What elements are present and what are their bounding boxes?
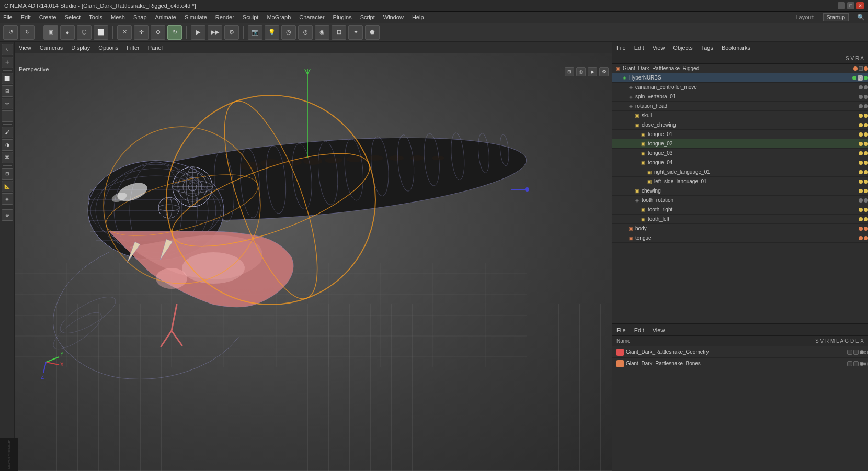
edge-mode-button[interactable]: ⬡ xyxy=(77,25,92,40)
om-edit[interactable]: Edit xyxy=(634,44,644,51)
lt-text[interactable]: T xyxy=(2,110,13,122)
menu-animate[interactable]: Animate xyxy=(155,14,176,20)
obj-row-tongue[interactable]: ▣ tongue xyxy=(612,233,868,243)
obj-row-rothead[interactable]: ◈ rotation_head xyxy=(612,102,868,111)
obj-row-tongue01[interactable]: ▣ tongue_01 xyxy=(612,130,868,139)
viewport-display-menu[interactable]: Display xyxy=(71,44,90,51)
target-button[interactable]: ◎ xyxy=(281,25,296,40)
viewport-icon-1[interactable]: ⊞ xyxy=(565,67,574,76)
render-settings-button[interactable]: ⚙ xyxy=(224,25,239,40)
point-mode-button[interactable]: ● xyxy=(60,25,75,40)
redo-button[interactable]: ↻ xyxy=(20,25,35,40)
lt-paint[interactable]: 🖌 xyxy=(2,127,13,138)
polygon-mode-button[interactable]: ⬜ xyxy=(94,25,108,40)
search-icon[interactable]: 🔍 xyxy=(857,14,865,21)
menu-simulate[interactable]: Simulate xyxy=(185,14,207,20)
obj-row-tongue04[interactable]: ▣ tongue_04 xyxy=(612,158,868,167)
layout-value[interactable]: Startup xyxy=(823,13,849,21)
render-button[interactable]: ▶▶ xyxy=(208,25,222,40)
scale-button[interactable]: ⊕ xyxy=(151,25,165,40)
menu-snap[interactable]: Snap xyxy=(133,14,147,20)
om-bookmarks[interactable]: Bookmarks xyxy=(722,44,750,51)
tool-button[interactable]: ⬟ xyxy=(365,25,380,40)
lt-snap-tool[interactable]: ⊕ xyxy=(2,209,13,221)
lt-cube[interactable]: ⬜ xyxy=(2,73,13,84)
obj-row-toothright[interactable]: ▣ tooth_right xyxy=(612,205,868,215)
maximize-button[interactable]: □ xyxy=(847,2,854,9)
obj-row-tongue03[interactable]: ▣ tongue_03 xyxy=(612,149,868,158)
camera-button[interactable]: 📷 xyxy=(248,25,262,40)
mat-row-geometry[interactable]: Giant_Dark_Rattlesnake_Geometry ⊞⊠⊞⊠⊞✕ xyxy=(612,346,868,358)
mat-row-bones[interactable]: Giant_Dark_Rattlesnake_Bones ⊞⊠⊞⊠⊞✕ xyxy=(612,358,868,369)
lt-measure[interactable]: 📐 xyxy=(2,181,13,192)
lt-sculpt[interactable]: ◑ xyxy=(2,139,13,151)
menu-tools[interactable]: Tools xyxy=(89,14,102,20)
close-button[interactable]: ✕ xyxy=(856,2,864,9)
obj-row-right-lang[interactable]: ▣ right_side_language_01 xyxy=(612,167,868,177)
om-view[interactable]: View xyxy=(653,44,665,51)
om-objects[interactable]: Objects xyxy=(673,44,692,51)
viewport-icon-3[interactable]: ▶ xyxy=(588,67,597,76)
model-mode-button[interactable]: ▣ xyxy=(43,25,58,40)
obj-row-toothrot[interactable]: ◈ tooth_rotation xyxy=(612,196,868,205)
menu-help[interactable]: Help xyxy=(412,14,424,20)
mat-dot-b1 xyxy=(847,361,852,366)
om-tags[interactable]: Tags xyxy=(701,44,713,51)
lt-mesh[interactable]: ⊞ xyxy=(2,85,13,97)
menu-edit[interactable]: Edit xyxy=(21,14,31,20)
obj-row-toothleft[interactable]: ▣ tooth_left xyxy=(612,215,868,224)
minimize-button[interactable]: ─ xyxy=(838,2,845,9)
obj-row-hypernurbs[interactable]: ◈ HyperNURBS ✓ xyxy=(612,73,868,83)
viewport-options-menu[interactable]: Options xyxy=(98,44,118,51)
menu-plugins[interactable]: Plugins xyxy=(333,14,352,20)
lt-pen[interactable]: ✏ xyxy=(2,98,13,109)
axis-button[interactable]: ✦ xyxy=(348,25,363,40)
eye-btn[interactable] xyxy=(859,66,863,71)
move-button[interactable]: ✛ xyxy=(134,25,149,40)
menu-render[interactable]: Render xyxy=(215,14,234,20)
menu-window[interactable]: Window xyxy=(383,14,404,20)
viewport-filter-menu[interactable]: Filter xyxy=(127,44,139,51)
select-button[interactable]: ✕ xyxy=(117,25,132,40)
viewport-view-menu[interactable]: View xyxy=(19,44,31,51)
viewport-canvas[interactable]: Y X Z Perspective ⊞ ◎ ▶ ⚙ xyxy=(15,53,612,471)
menu-create[interactable]: Create xyxy=(39,14,56,20)
menu-mesh[interactable]: Mesh xyxy=(111,14,125,20)
obj-row-canaman[interactable]: ◈ canaman_controller_move xyxy=(612,83,868,92)
viewport[interactable]: View Cameras Display Options Filter Pane… xyxy=(15,42,612,471)
menu-select[interactable]: Select xyxy=(65,14,81,20)
obj-row-body[interactable]: ▣ body xyxy=(612,224,868,233)
obj-row-rattlesnake[interactable]: ▣ Giant_Dark_Rattlesnake_Rigged xyxy=(612,64,868,73)
menu-file[interactable]: File xyxy=(3,14,13,20)
light-button[interactable]: 💡 xyxy=(265,25,279,40)
obj-row-chewing[interactable]: ▣ chewing xyxy=(612,186,868,196)
obj-row-left-lang[interactable]: ▣ left_side_language_01 xyxy=(612,177,868,186)
viewport-icon-4[interactable]: ⚙ xyxy=(599,67,609,76)
lt-deform[interactable]: ◈ xyxy=(2,193,13,205)
viewport-panel-menu[interactable]: Panel xyxy=(148,44,163,51)
obj-row-spin[interactable]: ◈ spin_vertebra_01 xyxy=(612,92,868,102)
menu-mograph[interactable]: MoGraph xyxy=(267,14,291,20)
om-file[interactable]: File xyxy=(616,44,626,51)
lt-grid[interactable]: ⊟ xyxy=(2,168,13,180)
viewport-icon-2[interactable]: ◎ xyxy=(576,67,586,76)
lt-bone[interactable]: ⌘ xyxy=(2,152,13,163)
anim-button[interactable]: ⏱ xyxy=(298,25,313,40)
magnet-button[interactable]: ◉ xyxy=(315,25,329,40)
snap-button[interactable]: ⊞ xyxy=(332,25,346,40)
obj-row-tongue02[interactable]: ▣ tongue_02 xyxy=(612,139,868,149)
obj-row-skull[interactable]: ▣ skull xyxy=(612,111,868,120)
obj-row-closechewing[interactable]: ▣ close_chewing xyxy=(612,120,868,130)
lt-move[interactable]: ✛ xyxy=(2,57,13,68)
mp-file[interactable]: File xyxy=(616,327,626,333)
mp-view[interactable]: View xyxy=(653,327,665,333)
menu-script[interactable]: Script xyxy=(360,14,375,20)
render-view-button[interactable]: ▶ xyxy=(191,25,205,40)
rotate-button[interactable]: ↻ xyxy=(167,25,182,40)
undo-button[interactable]: ↺ xyxy=(3,25,18,40)
mp-edit[interactable]: Edit xyxy=(634,327,644,333)
viewport-cameras-menu[interactable]: Cameras xyxy=(40,44,63,51)
lt-pointer[interactable]: ↖ xyxy=(2,44,13,55)
menu-sculpt[interactable]: Sculpt xyxy=(243,14,259,20)
menu-character[interactable]: Character xyxy=(299,14,324,20)
